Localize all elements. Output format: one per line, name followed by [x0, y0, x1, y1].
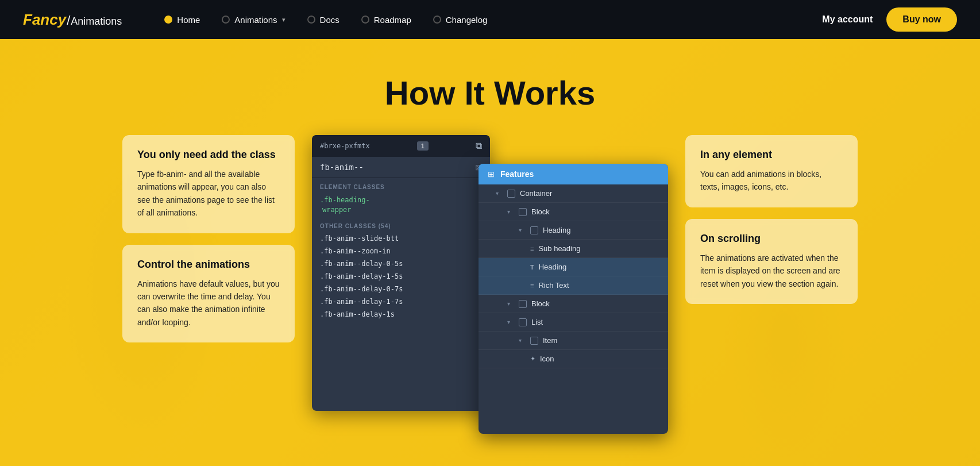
tree-item-heading-1: ▾ Heading [479, 221, 668, 240]
panel-class-zoom-in: .fb-anim--zoom-in [312, 245, 490, 257]
tree-label: Block [531, 207, 550, 216]
tree-item-item: ▾ Item [479, 332, 668, 350]
tree-item-container: ▾ Container [479, 184, 668, 203]
panel-search-text: fb-anim-- [320, 163, 475, 172]
tree-label: List [531, 318, 543, 326]
panel-class-delay-15s: .fb-anim--delay-1-5s [312, 270, 490, 283]
tree-item-richtext: ▾ ≡ Rich Text [479, 276, 668, 295]
tree-label: Sub heading [538, 244, 580, 253]
left-cards: You only need add the class Type fb-anim… [122, 135, 295, 342]
card-any-element-text: You can add animations in blocks, texts,… [700, 168, 843, 194]
panel-class-value: .fb-heading- [320, 196, 370, 204]
right-cards: In any element You can add animations in… [685, 135, 858, 304]
nav-dot-icon [433, 16, 441, 24]
tree-label: Container [520, 189, 552, 198]
checkbox-icon [519, 318, 527, 326]
tree-item-block-1: ▾ Block [479, 203, 668, 221]
chevron-icon: ▾ [507, 319, 514, 325]
panel-selector-text: #brxe-pxfmtx [320, 142, 370, 150]
hero-main-row: You only need add the class Type fb-anim… [0, 135, 980, 422]
tree-label: Rich Text [538, 281, 569, 290]
panel-copy-icon: ⧉ [476, 141, 482, 151]
card-add-class-title: You only need add the class [137, 149, 280, 161]
nav-dot-icon [222, 16, 230, 24]
chevron-down-icon: ▾ [282, 16, 285, 24]
panel-left: #brxe-pxfmtx 1 ⧉ fb-anim-- ⊠ ELEMENT CLA… [312, 135, 490, 411]
card-any-element-title: In any element [700, 149, 843, 161]
chevron-icon: ▾ [519, 227, 526, 233]
panel-other-classes-label: OTHER CLASSES (54) [312, 217, 490, 232]
card-add-class: You only need add the class Type fb-anim… [122, 135, 295, 233]
logo[interactable]: Fancy / Animations [23, 11, 122, 29]
buy-now-button[interactable]: Buy now [886, 7, 957, 32]
richtext-icon: ≡ [530, 282, 534, 289]
ui-screenshots: #brxe-pxfmtx 1 ⧉ fb-anim-- ⊠ ELEMENT CLA… [312, 135, 668, 422]
nav-dot-icon [307, 16, 315, 24]
tree-item-subheading: ▾ ≡ Sub heading [479, 240, 668, 258]
nav-animations[interactable]: Animations ▾ [214, 10, 293, 29]
tree-label: Icon [540, 355, 554, 363]
nav-roadmap-label: Roadmap [374, 15, 411, 25]
tree-label: Item [543, 336, 557, 345]
chevron-icon: ▾ [519, 337, 526, 344]
panel-badge: 1 [417, 141, 429, 151]
list-icon: ≡ [530, 245, 534, 252]
card-control-animations: Control the animations Animations have d… [122, 245, 295, 343]
checkbox-icon [530, 226, 538, 234]
card-on-scrolling-title: On scrolling [700, 233, 843, 245]
logo-animations: Animations [71, 16, 122, 28]
nav-right: My account Buy now [822, 7, 957, 32]
panel-class-value-2: wrapper [320, 206, 352, 214]
navbar: Fancy / Animations Home Animations ▾ Doc… [0, 0, 980, 39]
nav-dot-active-icon [164, 16, 172, 24]
star-icon: ✦ [530, 355, 535, 363]
card-control-animations-title: Control the animations [137, 259, 280, 271]
card-on-scrolling-text: The animations are activated when the it… [700, 252, 843, 290]
card-any-element: In any element You can add animations in… [685, 135, 858, 207]
logo-slash: / [67, 13, 70, 28]
nav-changelog-label: Changelog [446, 15, 488, 25]
panel-class-slide-btt: .fb-anim--slide-btt [312, 232, 490, 245]
nav-links: Home Animations ▾ Docs Roadmap Changelog [156, 10, 822, 29]
grid-icon: ⊞ [488, 170, 495, 179]
panel-right-header: ⊞ Features [479, 164, 668, 184]
checkbox-icon [519, 300, 527, 308]
nav-home-label: Home [177, 15, 200, 25]
chevron-icon: ▾ [507, 209, 514, 215]
tree-item-list: ▾ List [479, 313, 668, 332]
chevron-icon: ▾ [496, 190, 503, 197]
panel-class-delay-17s: .fb-anim--delay-1-7s [312, 295, 490, 308]
text-icon: T [530, 264, 534, 271]
chevron-icon: ▾ [507, 301, 514, 307]
tree-label: Block [531, 299, 550, 308]
checkbox-icon [530, 337, 538, 345]
hero-content: How It Works You only need add the class… [0, 39, 980, 422]
hero-section: How It Works You only need add the class… [0, 39, 980, 466]
panel-class-delay-07s: .fb-anim--delay-0-7s [312, 283, 490, 295]
panel-class-delay-05s: .fb-anim--delay-0-5s [312, 257, 490, 270]
nav-docs-label: Docs [320, 15, 339, 25]
panel-left-search: fb-anim-- ⊠ [312, 157, 490, 178]
tree-label: Heading [543, 226, 570, 234]
nav-home[interactable]: Home [156, 10, 208, 29]
panel-features-label: Features [500, 170, 534, 179]
my-account-link[interactable]: My account [822, 14, 873, 25]
nav-changelog[interactable]: Changelog [425, 10, 496, 29]
checkbox-icon [519, 208, 527, 216]
panel-left-header: #brxe-pxfmtx 1 ⧉ [312, 135, 490, 157]
panel-element-class: .fb-heading- wrapper [312, 193, 490, 217]
card-on-scrolling: On scrolling The animations are activate… [685, 219, 858, 304]
tree-item-icon: ▾ ✦ Icon [479, 350, 668, 368]
panel-element-classes-label: ELEMENT CLASSES [312, 178, 490, 193]
logo-fancy: Fancy [23, 11, 66, 29]
nav-animations-label: Animations [234, 15, 277, 25]
nav-roadmap[interactable]: Roadmap [353, 10, 419, 29]
nav-docs[interactable]: Docs [299, 10, 348, 29]
tree-item-block-2: ▾ Block [479, 295, 668, 313]
card-control-animations-text: Animations have default values, but you … [137, 278, 280, 329]
tree-label: Heading [539, 263, 566, 271]
panel-class-delay-1s: .fb-anim--delay-1s [312, 308, 490, 321]
panel-right: ⊞ Features ▾ Container ▾ Block [479, 164, 668, 434]
hero-title: How It Works [385, 39, 595, 135]
nav-dot-icon [361, 16, 369, 24]
